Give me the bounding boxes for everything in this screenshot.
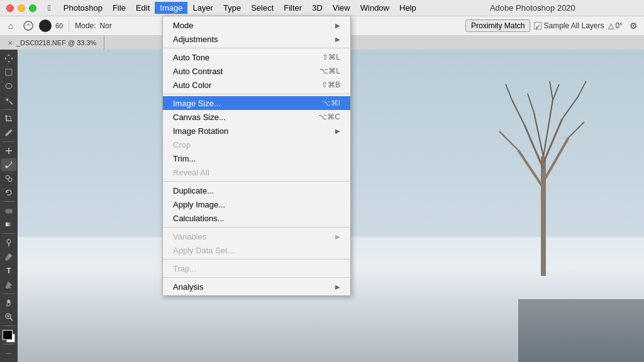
- image-rotation-label: Image Rotation: [173, 126, 335, 136]
- menu-window[interactable]: Window: [355, 2, 394, 14]
- svg-line-23: [512, 100, 525, 125]
- menu-item-trap: Trap...: [163, 261, 350, 275]
- menu-image[interactable]: Image: [155, 2, 187, 14]
- foreground-background-colors[interactable]: [1, 329, 16, 341]
- calculations-label: Calculations...: [173, 214, 340, 223]
- minimize-button[interactable]: [18, 4, 25, 12]
- svg-line-29: [553, 84, 559, 100]
- settings-icon[interactable]: ⚙: [626, 19, 640, 33]
- svg-line-27: [528, 94, 534, 112]
- menu-section-4: Duplicate... Apply Image... Calculations…: [163, 182, 350, 228]
- menu-item-duplicate[interactable]: Duplicate...: [163, 184, 350, 197]
- variables-arrow-icon: ▶: [335, 233, 340, 240]
- menu-item-image-size[interactable]: Image Size... ⌥⌘I: [163, 96, 350, 110]
- tool-eyedropper[interactable]: [1, 126, 16, 139]
- menu-item-apply-image[interactable]: Apply Image...: [163, 197, 350, 211]
- tool-move[interactable]: [1, 52, 16, 65]
- menu-item-mode[interactable]: Mode ▶: [163, 18, 350, 32]
- close-button[interactable]: [6, 4, 14, 12]
- tree-graphic: [480, 62, 606, 282]
- angle-icon: △: [608, 21, 614, 30]
- menu-item-image-rotation[interactable]: Image Rotation ▶: [163, 124, 350, 138]
- menu-item-canvas-size[interactable]: Canvas Size... ⌥⌘C: [163, 110, 350, 124]
- tool-dodge[interactable]: [1, 236, 16, 249]
- menu-item-variables: Variables ▶: [163, 229, 350, 243]
- maximize-button[interactable]: [29, 4, 36, 12]
- svg-line-30: [506, 84, 512, 100]
- menu-item-adjustments-label: Adjustments: [173, 35, 335, 44]
- svg-rect-1: [6, 69, 12, 75]
- toolbar-divider-4: [3, 233, 15, 234]
- svg-point-9: [7, 239, 11, 243]
- menu-item-auto-contrast[interactable]: Auto Contrast ⌥⌘L: [163, 64, 350, 78]
- menu-item-analysis[interactable]: Analysis ▶: [163, 280, 350, 293]
- tool-zoom[interactable]: [1, 310, 16, 323]
- analysis-label: Analysis: [173, 282, 335, 292]
- menu-item-adjustments[interactable]: Adjustments ▶: [163, 32, 350, 46]
- menu-item-crop: Crop: [163, 138, 350, 151]
- tool-hand[interactable]: [1, 297, 16, 309]
- menu-item-trim[interactable]: Trim...: [163, 151, 350, 165]
- adjustments-arrow-icon: ▶: [335, 36, 340, 43]
- tool-extra[interactable]: ···: [1, 347, 16, 359]
- mode-label: Mode:: [75, 21, 96, 30]
- tool-gradient[interactable]: [1, 218, 16, 231]
- menu-edit[interactable]: Edit: [131, 2, 155, 14]
- menu-item-auto-color[interactable]: Auto Color ⇧⌘B: [163, 78, 350, 92]
- apply-image-label: Apply Image...: [173, 200, 340, 209]
- menu-layer[interactable]: Layer: [187, 2, 218, 14]
- tab-close-button[interactable]: ✕: [8, 40, 13, 47]
- menu-item-reveal-all: Reveal All: [163, 165, 350, 179]
- tool-history[interactable]: [1, 186, 16, 199]
- menu-3d[interactable]: 3D: [307, 2, 328, 14]
- svg-rect-8: [6, 222, 12, 226]
- image-size-shortcut: ⌥⌘I: [322, 99, 340, 107]
- menu-item-auto-tone[interactable]: Auto Tone ⇧⌘L: [163, 50, 350, 64]
- tool-pen[interactable]: [1, 250, 16, 263]
- proximity-match-button[interactable]: Proximity Match: [465, 19, 530, 32]
- menu-file[interactable]: File: [108, 2, 131, 14]
- svg-line-28: [550, 81, 553, 100]
- tool-path-select[interactable]: [1, 278, 16, 291]
- tool-marquee[interactable]: [1, 66, 16, 79]
- menu-section-1: Mode ▶ Adjustments ▶: [163, 16, 350, 48]
- svg-line-26: [569, 122, 584, 138]
- home-icon[interactable]: ⌂: [4, 19, 18, 33]
- tool-clone[interactable]: [1, 172, 16, 185]
- tool-text[interactable]: T: [1, 265, 16, 277]
- menu-photoshop[interactable]: Photoshop: [58, 2, 108, 14]
- apply-data-set-label: Apply Data Set...: [173, 246, 340, 255]
- menu-bar:  Photoshop File Edit Image Layer Type S…: [0, 0, 644, 16]
- menu-help[interactable]: Help: [394, 2, 421, 14]
- menu-view[interactable]: View: [328, 2, 355, 14]
- auto-color-label: Auto Color: [173, 80, 309, 90]
- menu-filter[interactable]: Filter: [279, 2, 307, 14]
- menu-type[interactable]: Type: [218, 2, 246, 14]
- extra-tools-label: ···: [6, 349, 11, 357]
- foreground-color[interactable]: [3, 330, 13, 340]
- tool-crop[interactable]: [1, 112, 16, 124]
- svg-rect-7: [6, 209, 12, 213]
- tool-heal[interactable]: [1, 145, 16, 157]
- auto-contrast-shortcut: ⌥⌘L: [319, 67, 340, 75]
- mac-window-controls: [0, 4, 43, 12]
- angle-display: △ 0°: [608, 21, 623, 30]
- tool-brush[interactable]: [1, 158, 16, 171]
- brush-preset-icon[interactable]: [21, 19, 35, 33]
- brush-color-preview[interactable]: [39, 19, 52, 32]
- apple-menu[interactable]: : [43, 2, 56, 14]
- variables-label: Variables: [173, 232, 335, 241]
- building-shape: [518, 299, 644, 362]
- tool-magic-wand[interactable]: [1, 94, 16, 106]
- tool-eraser[interactable]: [1, 204, 16, 217]
- sample-all-layers-checkbox[interactable]: ✓ Sample All Layers: [534, 21, 604, 30]
- menu-select[interactable]: Select: [246, 2, 279, 14]
- svg-line-22: [543, 100, 553, 156]
- tab-label: _DSC0218.NEF @ 33.3%: [16, 39, 96, 47]
- document-tab[interactable]: ✕ _DSC0218.NEF @ 33.3%: [0, 36, 104, 50]
- menu-item-calculations[interactable]: Calculations...: [163, 211, 350, 225]
- angle-value: 0°: [616, 21, 623, 30]
- tool-lasso[interactable]: [1, 80, 16, 92]
- menu-section-6: Trap...: [163, 260, 350, 278]
- toolbar-divider-5: [3, 293, 15, 294]
